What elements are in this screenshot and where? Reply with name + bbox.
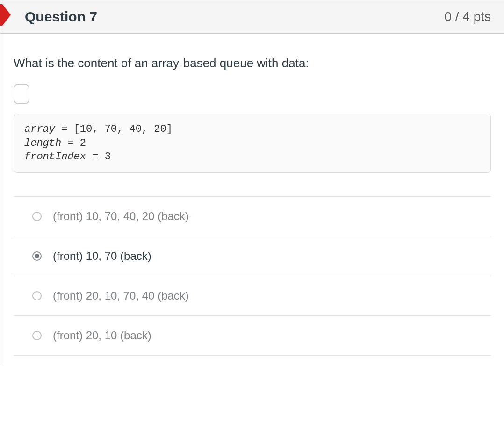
answer-option[interactable]: (front) 20, 10, 70, 40 (back) [14,276,491,316]
code-kw: array [24,123,55,135]
radio-icon [32,212,42,221]
answers-list: (front) 10, 70, 40, 20 (back) (front) 10… [14,196,491,356]
answer-label: (front) 10, 70, 40, 20 (back) [53,210,189,223]
code-kw: length [24,137,61,149]
svg-marker-0 [0,4,11,26]
code-text: = 2 [61,137,86,149]
answer-option[interactable]: (front) 10, 70, 40, 20 (back) [14,197,491,236]
copy-code-button[interactable] [14,84,29,104]
radio-icon [32,291,42,300]
code-text: = [10, 70, 40, 20] [55,123,173,135]
radio-icon [32,331,42,340]
answer-option[interactable]: (front) 10, 70 (back) [14,236,491,276]
question-title: Question 7 [25,9,97,25]
code-block: array = [10, 70, 40, 20] length = 2 fron… [14,114,491,173]
answer-label: (front) 20, 10, 70, 40 (back) [53,289,189,302]
code-text: = 3 [86,151,111,163]
question-prompt: What is the content of an array-based qu… [14,56,491,71]
question-container: Question 7 0 / 4 pts What is the content… [0,0,504,365]
question-body: What is the content of an array-based qu… [0,34,504,365]
question-points: 0 / 4 pts [444,9,491,24]
answer-option[interactable]: (front) 20, 10 (back) [14,316,491,356]
radio-icon [32,251,42,261]
question-header: Question 7 0 / 4 pts [0,0,504,34]
code-kw: frontIndex [24,151,86,163]
answer-label: (front) 20, 10 (back) [53,329,151,342]
answer-label: (front) 10, 70 (back) [53,250,151,263]
